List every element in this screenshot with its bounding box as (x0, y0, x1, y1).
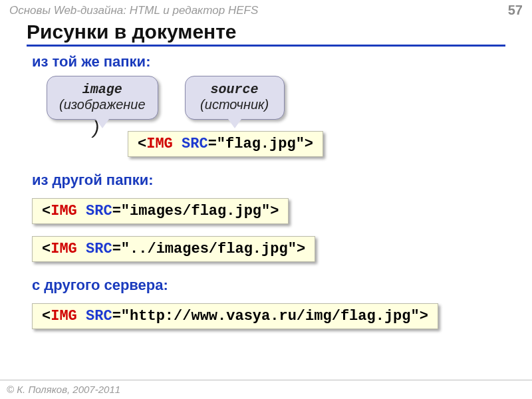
course-title: Основы Web-дизайна: HTML и редактор HEFS (9, 4, 258, 17)
callout-source: source (источник) (185, 76, 285, 120)
section-same-folder: из той же папки: (32, 53, 532, 70)
slide-title: Рисунки в документе (27, 21, 505, 47)
code-value-1: "flag.jpg" (217, 136, 305, 152)
page-number: 57 (508, 3, 523, 18)
code-tag: IMG (146, 136, 173, 152)
callout-source-translation: (источник) (198, 97, 272, 112)
callout-source-term: source (198, 82, 272, 97)
footer-divider (0, 380, 532, 380)
code-value-3: "../images/flag.jpg" (121, 241, 297, 257)
code-lt: < (138, 136, 146, 152)
copyright: © К. Поляков, 2007-2011 (7, 384, 120, 395)
header-bar: Основы Web-дизайна: HTML и редактор HEFS… (0, 0, 532, 19)
section-other-folder: из другой папки: (32, 172, 532, 189)
code-example-4: <IMG SRC="http://www.vasya.ru/img/flag.j… (32, 303, 438, 329)
callout-image-term: image (59, 82, 146, 97)
code-example-2: <IMG SRC="images/flag.jpg"> (32, 198, 289, 224)
callout-image-translation: (изображение (59, 97, 146, 112)
code-example-3: <IMG SRC="../images/flag.jpg"> (32, 236, 315, 262)
callout-image: image (изображение (47, 76, 158, 120)
code-value-4: "http://www.vasya.ru/img/flag.jpg" (121, 308, 420, 325)
callouts-row: image (изображение source (источник) (47, 76, 532, 120)
code-gt: > (305, 136, 313, 152)
section-other-server: с другого сервера: (32, 277, 532, 294)
code-value-2: "images/flag.jpg" (121, 203, 270, 219)
code-eq: = (208, 136, 217, 152)
code-attr: SRC (182, 136, 208, 152)
code-example-1: <IMG SRC="flag.jpg"> (128, 131, 323, 157)
